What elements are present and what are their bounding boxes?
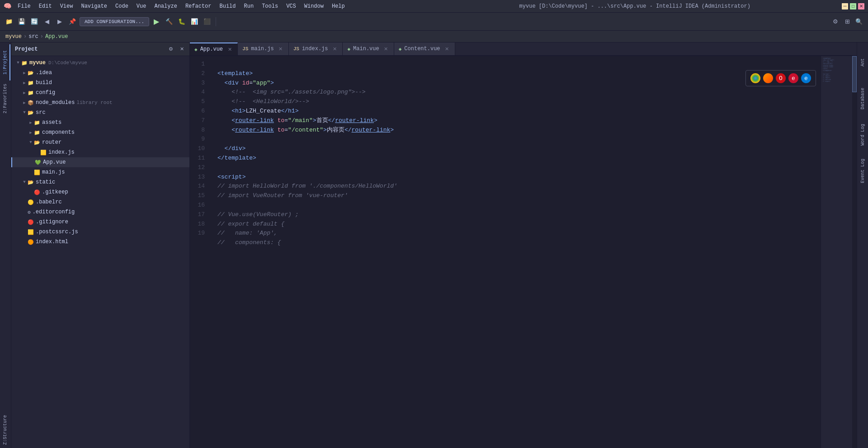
close-button[interactable]: ✕ [858, 3, 864, 9]
main-js-icon: 🟨 [34, 170, 40, 175]
tree-root-path: D:\Code\myvue [48, 60, 87, 66]
static-icon: 📂 [28, 179, 34, 185]
toolbar-forward-btn[interactable]: ▶ [54, 16, 65, 27]
window-controls: ─ □ ✕ [842, 3, 864, 9]
menu-view[interactable]: View [57, 2, 77, 10]
right-tab-eventlog[interactable]: Event Log [858, 153, 868, 189]
tree-gitignore[interactable]: ▶ 🔴 .gitignore [11, 217, 189, 227]
tab-main-js-close[interactable]: ✕ [278, 46, 284, 52]
minimize-button[interactable]: ─ [842, 3, 848, 9]
line-numbers: 1 2 3 4 5 6 7 8 9 10 11 12 13 14 15 16 1… [190, 56, 210, 448]
idea-icon: 📂 [28, 70, 34, 76]
menu-edit[interactable]: Edit [35, 2, 56, 10]
breadcrumb-project[interactable]: myvue [5, 33, 22, 40]
edge-icon[interactable]: e [801, 73, 811, 83]
build-button[interactable]: 🔨 [164, 16, 175, 27]
toolbar-back-btn[interactable]: ◀ [42, 16, 52, 27]
src-arrow: ▼ [21, 110, 28, 115]
tab-main-js[interactable]: JS main.js ✕ [238, 42, 289, 55]
right-tab-ant[interactable]: Ant [858, 44, 868, 80]
tab-index-js[interactable]: JS index.js ✕ [289, 42, 343, 55]
firefox-icon[interactable] [763, 73, 773, 83]
opera-icon[interactable]: O [776, 73, 786, 83]
search-everywhere-btn[interactable]: 🔍 [854, 16, 864, 27]
separator-1 [216, 17, 216, 26]
left-tab-project[interactable]: 1:Project [0, 44, 10, 80]
breadcrumb-src[interactable]: src [28, 33, 38, 40]
minimap-thumb [852, 56, 857, 92]
tree-editorconfig[interactable]: ▶ ⚙ .editorconfig [11, 207, 189, 217]
menu-analyze[interactable]: Analyze [151, 2, 180, 10]
menu-refactor[interactable]: Refactor [182, 2, 215, 10]
tab-content-vue[interactable]: ◈ Content.vue ✕ [394, 42, 455, 55]
ie-icon[interactable]: e [788, 73, 798, 83]
menu-tools[interactable]: Tools [258, 2, 282, 10]
index-html-arrow: ▶ [21, 240, 28, 245]
components-icon: 📁 [34, 130, 40, 136]
tree-postcss[interactable]: ▶ 🟨 .postcssrc.js [11, 227, 189, 237]
tree-app-vue[interactable]: ▶ 💚 App.vue [11, 157, 189, 167]
menu-window[interactable]: Window [301, 2, 327, 10]
chrome-icon[interactable] [750, 73, 760, 83]
tab-bar: ◈ App.vue ✕ JS main.js ✕ JS index.js ✕ ◈… [190, 42, 857, 56]
menu-help[interactable]: Help [328, 2, 349, 10]
toolbar-save-btn[interactable]: 💾 [16, 16, 27, 27]
menu-run[interactable]: Run [241, 2, 258, 10]
tree-main-js[interactable]: ▶ 🟨 main.js [11, 167, 189, 177]
tree-index-html[interactable]: ▶ 🟠 index.html [11, 237, 189, 247]
editor-area: ◈ App.vue ✕ JS main.js ✕ JS index.js ✕ ◈… [190, 42, 857, 448]
editorconfig-arrow: ▶ [21, 210, 28, 215]
tree-router-index[interactable]: ▶ 🟨 index.js [11, 147, 189, 157]
breadcrumb-file[interactable]: App.vue [45, 33, 68, 40]
code-editor[interactable]: 1 2 3 4 5 6 7 8 9 10 11 12 13 14 15 16 1… [190, 56, 857, 448]
maximize-button[interactable]: □ [850, 3, 856, 9]
tree-config[interactable]: ▶ 📁 config [11, 88, 189, 98]
left-tab-structure[interactable]: Z:Structure [0, 412, 10, 448]
panel-settings-icon[interactable]: ⚙ [167, 45, 175, 53]
tree-root[interactable]: ▼ 📁 myvue D:\Code\myvue [11, 58, 189, 68]
debug-button[interactable]: 🐛 [176, 16, 187, 27]
menu-file[interactable]: File [14, 2, 34, 10]
add-config-button[interactable]: ADD CONFIGURATION... [80, 17, 149, 26]
menu-vcs[interactable]: VCS [283, 2, 300, 10]
right-tab-wordlog[interactable]: Word Log [858, 117, 868, 153]
tab-content-vue-close[interactable]: ✕ [444, 46, 450, 52]
tab-main-vue[interactable]: ◈ Main.vue ✕ [343, 42, 394, 55]
toolbar-pin-btn[interactable]: 📌 [67, 16, 78, 27]
breadcrumb-bar: myvue › src › App.vue [0, 31, 868, 42]
tab-main-vue-close[interactable]: ✕ [383, 46, 389, 52]
tab-app-vue[interactable]: ◈ App.vue ✕ [190, 42, 238, 55]
profile-button[interactable]: 📊 [189, 16, 200, 27]
menu-navigate[interactable]: Navigate [77, 2, 111, 10]
toolbar-sync-btn[interactable]: 🔄 [29, 16, 40, 27]
toolbar-open-btn[interactable]: 📁 [4, 16, 14, 27]
config-icon: 📁 [28, 90, 34, 96]
stop-button[interactable]: ⬛ [202, 16, 212, 27]
tab-app-vue-close[interactable]: ✕ [226, 46, 233, 52]
menu-build[interactable]: Build [216, 2, 240, 10]
tree-static[interactable]: ▼ 📂 static [11, 177, 189, 187]
tab-index-js-close[interactable]: ✕ [331, 46, 338, 52]
tree-app-vue-name: App.vue [43, 159, 66, 165]
tree-router[interactable]: ▼ 📂 router [11, 137, 189, 147]
tree-build[interactable]: ▶ 📁 build [11, 78, 189, 88]
tree-build-name: build [36, 80, 52, 86]
tree-idea[interactable]: ▶ 📂 .idea [11, 68, 189, 78]
run-button[interactable]: ▶ [151, 16, 162, 27]
settings-btn[interactable]: ⚙ [830, 16, 841, 27]
right-tab-database[interactable]: Database [858, 80, 868, 117]
menu-code[interactable]: Code [112, 2, 132, 10]
grid-btn[interactable]: ⊞ [842, 16, 853, 27]
file-tree: ▼ 📁 myvue D:\Code\myvue ▶ 📂 .idea ▶ 📁 bu… [11, 56, 189, 448]
tree-node-modules[interactable]: ▶ 📦 node_modules library root [11, 98, 189, 108]
panel-collapse-icon[interactable]: ✕ [178, 45, 186, 53]
tree-root-name: myvue [29, 60, 46, 66]
tree-src[interactable]: ▼ 📂 src [11, 108, 189, 118]
tree-gitkeep[interactable]: ▶ 🔴 .gitkeep [11, 187, 189, 197]
left-tab-favorites[interactable]: 2:Favorites [0, 80, 10, 117]
menu-vue[interactable]: Vue [133, 2, 150, 10]
gitignore-arrow: ▶ [21, 220, 28, 225]
tree-babelrc[interactable]: ▶ 🟡 .babelrc [11, 197, 189, 207]
tree-components[interactable]: ▶ 📁 components [11, 127, 189, 137]
tree-assets[interactable]: ▶ 📁 assets [11, 118, 189, 127]
